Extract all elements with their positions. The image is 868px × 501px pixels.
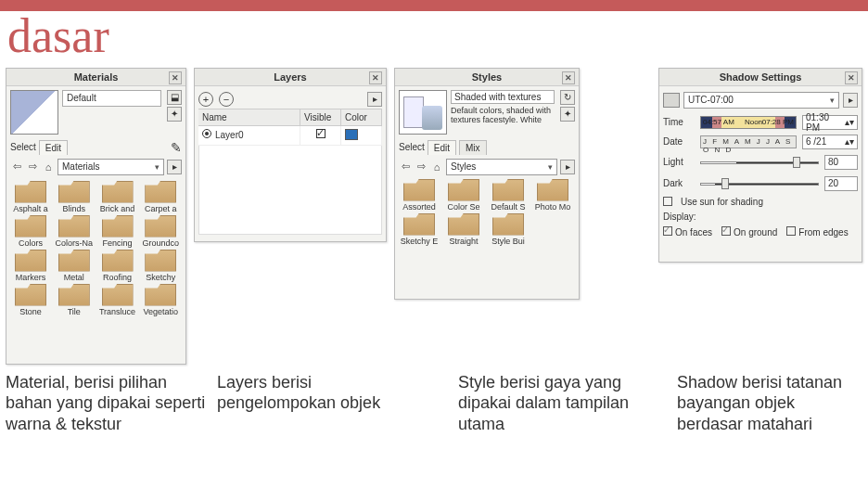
materials-library-dropdown[interactable]: Materials (57, 159, 164, 175)
folder-label: Sketchy E (399, 237, 440, 246)
close-icon[interactable]: ✕ (169, 71, 182, 84)
material-folder[interactable]: Markers (10, 250, 51, 282)
shadow-menu-icon[interactable]: ▸ (843, 93, 858, 108)
folder-icon (403, 213, 435, 236)
time-value-field[interactable]: 01:30 PM▴▾ (802, 115, 858, 130)
mix-tab[interactable]: Mix (459, 140, 487, 155)
timezone-dropdown[interactable]: UTC-07:00 (683, 92, 839, 109)
style-folder[interactable]: Straight (443, 213, 484, 246)
material-folder[interactable]: Carpet a (140, 181, 181, 213)
on-ground-checkbox[interactable] (721, 226, 731, 236)
layer-row[interactable]: Layer0 (198, 126, 382, 146)
nav-back-icon[interactable]: ⇦ (399, 161, 412, 173)
folder-icon (145, 215, 176, 238)
close-icon[interactable]: ✕ (562, 71, 575, 84)
remove-layer-button[interactable]: − (219, 92, 234, 107)
folder-label: Colors-Na (54, 238, 95, 248)
material-folder[interactable]: Transluce (97, 284, 138, 316)
captions-row: Material, berisi pilihan bahan yang dipa… (0, 365, 868, 435)
material-folder[interactable]: Groundco (140, 215, 181, 248)
styles-title-text: Styles (472, 71, 502, 83)
on-faces-checkbox[interactable] (663, 226, 672, 236)
style-folder[interactable]: Photo Mo (532, 179, 573, 212)
home-icon[interactable]: ⌂ (42, 161, 55, 173)
material-folder[interactable]: Colors-Na (54, 215, 95, 248)
date-value-field[interactable]: 6 /21▴▾ (802, 135, 858, 149)
material-folder[interactable]: Asphalt a (10, 181, 51, 213)
home-icon[interactable]: ⌂ (430, 161, 443, 173)
folder-icon (58, 215, 90, 238)
col-name[interactable]: Name (198, 109, 300, 125)
time-tick-dawn: 04:57 AM (703, 118, 734, 126)
material-swatch[interactable] (10, 90, 58, 135)
nav-fwd-icon[interactable]: ⇨ (415, 161, 428, 173)
style-folder[interactable]: Assorted (399, 179, 440, 212)
material-folder[interactable]: Colors (10, 215, 51, 248)
layer-name: Layer0 (215, 130, 244, 140)
col-color[interactable]: Color (341, 109, 382, 125)
material-folder[interactable]: Stone (10, 284, 51, 316)
material-folder[interactable]: Sketchy (140, 250, 181, 282)
style-folder[interactable]: Style Bui (488, 213, 529, 246)
folder-icon (145, 181, 176, 203)
folder-label: Default S (488, 202, 529, 212)
style-folder[interactable]: Color Se (443, 179, 484, 212)
add-layer-button[interactable]: + (198, 92, 213, 107)
light-value-field[interactable]: 80 (824, 155, 858, 170)
folder-label: Vegetatio (140, 307, 181, 316)
from-edges-checkbox[interactable] (786, 226, 796, 236)
material-folder[interactable]: Vegetatio (140, 284, 181, 316)
layer-active-radio[interactable] (202, 129, 211, 138)
details-menu-icon[interactable]: ▸ (167, 160, 182, 174)
folder-icon (58, 250, 90, 272)
date-slider[interactable]: J F M A M J J A S O N D (700, 135, 797, 148)
style-folder[interactable]: Default S (488, 179, 529, 212)
folder-label: Straight (443, 237, 484, 246)
folder-icon (448, 213, 479, 236)
use-sun-checkbox[interactable] (663, 197, 672, 206)
layer-color-swatch[interactable] (345, 129, 358, 140)
col-visible[interactable]: Visible (300, 109, 341, 125)
nav-fwd-icon[interactable]: ⇨ (26, 161, 39, 173)
create-material-button[interactable]: ✦ (167, 107, 182, 122)
select-tab-label: Select (399, 142, 425, 152)
material-folder[interactable]: Blinds (54, 181, 95, 213)
style-preview[interactable] (399, 90, 447, 135)
folder-label: Groundco (140, 238, 181, 248)
dark-value-field[interactable]: 20 (824, 176, 858, 191)
pin-button[interactable]: ⬓ (167, 90, 182, 105)
time-slider[interactable]: 04:57 AM Noon 07:28 PM (700, 116, 797, 129)
layers-menu-icon[interactable]: ▸ (367, 92, 382, 107)
style-folder[interactable]: Sketchy E (399, 213, 440, 246)
material-folder[interactable]: Tile (54, 284, 95, 316)
folder-icon (102, 250, 134, 272)
folder-icon (15, 250, 46, 272)
update-style-button[interactable]: ↻ (560, 90, 575, 105)
light-slider[interactable] (700, 154, 819, 171)
nav-back-icon[interactable]: ⇦ (10, 161, 23, 173)
time-tick-dusk: 07:28 PM (762, 118, 794, 126)
date-label: Date (663, 136, 695, 147)
edit-tab[interactable]: Edit (428, 140, 456, 155)
shadow-toggle-icon[interactable] (663, 93, 680, 108)
styles-library-dropdown[interactable]: Styles (446, 159, 557, 175)
eyedropper-icon[interactable]: ✎ (171, 140, 182, 155)
layer-visible-checkbox[interactable] (316, 129, 326, 138)
material-folder[interactable]: Roofing (97, 250, 138, 282)
dark-slider[interactable] (700, 175, 819, 192)
style-name-field[interactable]: Shaded with textures (451, 90, 555, 105)
folder-label: Tile (54, 307, 95, 316)
close-icon[interactable]: ✕ (845, 71, 858, 84)
edit-tab[interactable]: Edit (39, 140, 68, 155)
create-style-button[interactable]: ✦ (560, 107, 575, 122)
details-menu-icon[interactable]: ▸ (560, 160, 575, 174)
material-folder[interactable]: Brick and (97, 181, 138, 213)
folder-icon (58, 284, 90, 306)
material-name-field[interactable]: Default (62, 90, 161, 107)
styles-dd-label: Styles (451, 161, 476, 172)
folder-label: Asphalt a (10, 204, 51, 213)
time-label: Time (663, 117, 695, 127)
material-folder[interactable]: Metal (54, 250, 95, 282)
close-icon[interactable]: ✕ (369, 71, 382, 84)
material-folder[interactable]: Fencing (97, 215, 138, 248)
